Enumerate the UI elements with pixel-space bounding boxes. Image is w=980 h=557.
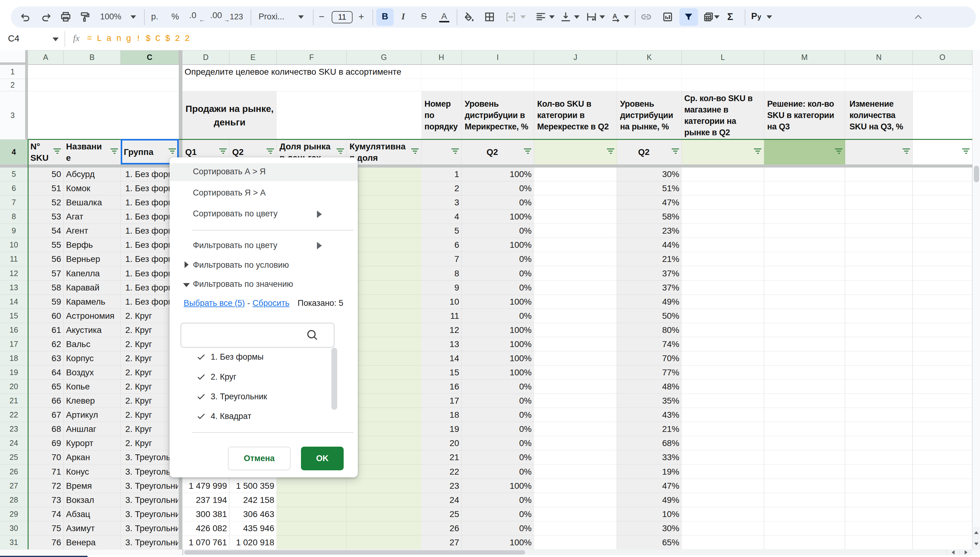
svg-text:A: A <box>612 12 617 20</box>
